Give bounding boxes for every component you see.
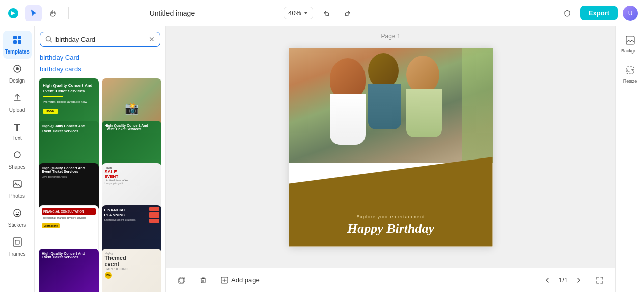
zoom-control[interactable]: 40% <box>284 7 313 19</box>
stickers-icon <box>12 208 22 221</box>
svg-rect-2 <box>13 40 17 44</box>
card-subtitle: Explore your entertainment <box>356 214 425 219</box>
svg-rect-10 <box>13 238 21 246</box>
hand-tool-button[interactable] <box>45 5 61 21</box>
resize-icon <box>626 66 635 77</box>
sidebar-item-text[interactable]: T Text <box>3 118 32 145</box>
avatar[interactable]: U <box>623 6 638 21</box>
svg-line-13 <box>50 41 52 43</box>
text-icon: T <box>14 122 20 134</box>
photos-label: Photos <box>9 193 25 199</box>
svg-rect-1 <box>18 36 21 39</box>
icon-sidebar: Templates Design Upload T Text Shapes <box>0 26 35 292</box>
background-label: Backgr... <box>621 48 639 54</box>
photos-icon <box>12 179 22 192</box>
right-panel: Backgr... Resize <box>615 26 644 292</box>
delete-page-button[interactable] <box>195 273 211 288</box>
page-label: Page 1 <box>381 33 400 40</box>
bottom-bar: Add page 1/1 <box>166 268 615 292</box>
redo-button[interactable] <box>340 5 356 21</box>
search-box: ✕ <box>40 32 160 47</box>
page-navigation: 1/1 <box>540 273 586 287</box>
select-tool-button[interactable] <box>25 5 42 21</box>
export-button[interactable]: Export <box>580 6 618 20</box>
duplicate-page-button[interactable] <box>174 273 189 288</box>
upload-icon <box>12 93 22 105</box>
shapes-label: Shapes <box>9 164 26 170</box>
main-layout: Templates Design Upload T Text Shapes <box>0 26 644 292</box>
undo-button[interactable] <box>318 5 334 21</box>
add-page-button[interactable]: Add page <box>217 274 264 286</box>
svg-rect-18 <box>626 36 634 44</box>
divider2 <box>276 7 276 19</box>
canvas-document[interactable]: Explore your entertainment Happy Birthda… <box>289 48 493 247</box>
svg-rect-3 <box>18 40 21 44</box>
design-icon <box>12 64 22 76</box>
svg-rect-16 <box>201 279 205 283</box>
search-clear-button[interactable]: ✕ <box>149 35 155 43</box>
svg-point-12 <box>46 37 51 41</box>
text-label: Text <box>12 135 21 141</box>
stickers-label: Stickers <box>8 222 26 228</box>
template-grid: High-Quality Concert And Event Ticket Se… <box>35 78 165 292</box>
svg-rect-11 <box>15 240 19 244</box>
sidebar-item-frames[interactable]: Frames <box>3 233 32 261</box>
frames-icon <box>12 237 22 250</box>
search-icon <box>45 36 52 43</box>
resize-button[interactable]: Resize <box>618 62 642 88</box>
card-photo-area <box>289 48 493 163</box>
resize-label: Resize <box>623 78 637 84</box>
card-title: Happy Birthday <box>347 221 434 236</box>
sidebar-item-photos[interactable]: Photos <box>3 175 32 203</box>
topbar-left-tools <box>25 5 61 21</box>
prev-page-button[interactable] <box>540 273 554 287</box>
template-card-10[interactable]: Highly Themed event CAPPUCCINO 10% <box>102 249 162 292</box>
suggestions-list: birthday Card birthday cards <box>35 52 165 78</box>
frames-label: Frames <box>9 251 26 257</box>
shield-button[interactable] <box>559 5 575 21</box>
shapes-icon <box>12 150 22 163</box>
background-button[interactable]: Backgr... <box>618 32 642 58</box>
sidebar-item-design[interactable]: Design <box>3 60 32 88</box>
design-label: Design <box>9 78 25 84</box>
card-brown-section: Explore your entertainment Happy Birthda… <box>289 157 493 247</box>
svg-rect-0 <box>13 36 17 39</box>
svg-point-9 <box>14 209 21 217</box>
sidebar-item-upload[interactable]: Upload <box>3 89 32 117</box>
sidebar-item-templates[interactable]: Templates <box>3 31 32 59</box>
topbar: Untitled image 40% Export U <box>0 0 644 26</box>
suggestion-birthday-cards[interactable]: birthday cards <box>40 64 160 74</box>
document-title[interactable]: Untitled image <box>76 9 269 17</box>
upload-label: Upload <box>9 107 25 113</box>
sidebar-item-stickers[interactable]: Stickers <box>3 204 32 232</box>
page-indicator: 1/1 <box>558 276 568 284</box>
template-card-9[interactable]: High Quality Concert And Event Ticket Se… <box>39 249 99 292</box>
background-icon <box>626 36 635 47</box>
next-page-button[interactable] <box>572 273 586 287</box>
fullscreen-button[interactable] <box>592 273 607 288</box>
template-panel: ✕ birthday Card birthday cards High-Qual… <box>35 26 166 292</box>
canvas-area: Page 1 <box>166 26 615 292</box>
svg-point-5 <box>16 67 19 70</box>
svg-point-6 <box>14 152 20 158</box>
divider <box>68 7 69 19</box>
suggestion-birthday-card[interactable]: birthday Card <box>40 52 160 63</box>
app-logo[interactable] <box>6 6 20 20</box>
search-input[interactable] <box>55 36 146 43</box>
templates-icon <box>12 35 22 47</box>
friends-photo <box>289 48 493 163</box>
add-page-label: Add page <box>231 276 260 284</box>
templates-label: Templates <box>5 49 30 55</box>
sidebar-item-shapes[interactable]: Shapes <box>3 146 32 174</box>
zoom-value: 40% <box>288 9 301 17</box>
canvas-scroll[interactable]: Page 1 <box>166 26 615 268</box>
